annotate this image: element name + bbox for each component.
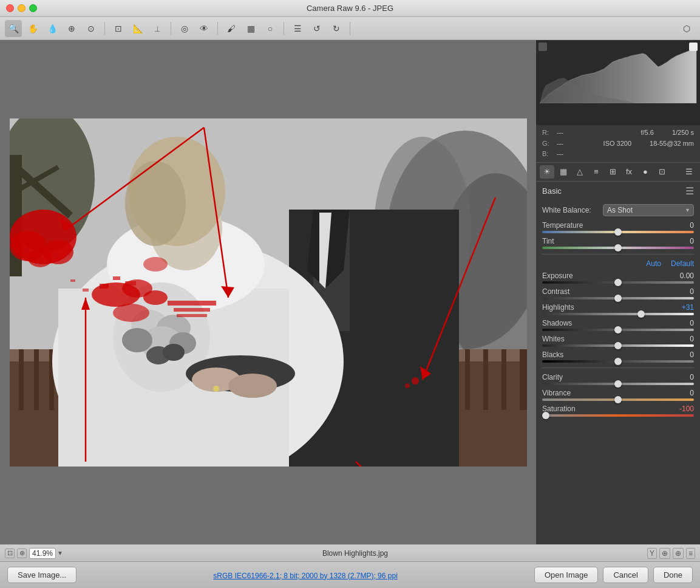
- whites-label: Whites: [542, 335, 565, 343]
- blacks-thumb[interactable]: [614, 358, 622, 365]
- straighten-tool[interactable]: 📐: [129, 20, 146, 37]
- open-image-button[interactable]: Open Image: [534, 567, 599, 583]
- default-link[interactable]: Default: [671, 259, 694, 268]
- clarity-slider[interactable]: [542, 383, 694, 385]
- effects-icon[interactable]: ●: [638, 165, 653, 179]
- adjustment-brush-tool[interactable]: 🖌: [223, 20, 240, 37]
- status-right-icon-2[interactable]: ⊕: [659, 548, 670, 559]
- save-image-button[interactable]: Save Image...: [7, 567, 76, 583]
- action-bar: Save Image... sRGB IEC61966-2.1; 8 bit; …: [0, 561, 700, 588]
- contrast-slider[interactable]: [542, 297, 694, 299]
- maximize-button[interactable]: [29, 4, 37, 12]
- auto-link[interactable]: Auto: [646, 259, 661, 268]
- highlights-thumb[interactable]: [637, 310, 645, 318]
- whites-thumb[interactable]: [614, 342, 622, 349]
- vibrance-slider[interactable]: [542, 398, 694, 401]
- image-container: [10, 118, 527, 467]
- saturation-row: Saturation -100: [542, 405, 694, 417]
- presets-icon[interactable]: ☰: [682, 165, 696, 179]
- histogram-area: [536, 40, 700, 125]
- exposure-slider[interactable]: [542, 281, 694, 284]
- status-icon-2[interactable]: ⊕: [17, 549, 27, 558]
- graduated-filter-tool[interactable]: ▦: [242, 20, 259, 37]
- panel-menu-button[interactable]: ☰: [685, 185, 694, 197]
- tone-curve-icon[interactable]: ▦: [556, 165, 571, 179]
- exposure-value: 0.00: [672, 272, 694, 280]
- r-label: R:: [542, 128, 551, 138]
- open-in-bridge-button[interactable]: ⬡: [678, 20, 695, 37]
- split-toning-icon[interactable]: ⊞: [605, 165, 620, 179]
- highlights-slider[interactable]: [542, 313, 694, 315]
- targeted-adjustment-tool[interactable]: ⊙: [83, 20, 100, 37]
- zoom-dropdown-arrow[interactable]: ▼: [57, 550, 63, 556]
- shadow-clipping-button[interactable]: [539, 43, 547, 51]
- contrast-value: 0: [672, 287, 694, 296]
- radial-filter-tool[interactable]: ○: [262, 20, 279, 37]
- shadows-thumb[interactable]: [614, 326, 622, 333]
- white-balance-row: White Balance: As Shot Auto Daylight Clo…: [542, 204, 694, 216]
- svg-point-40: [228, 374, 277, 398]
- contrast-thumb[interactable]: [614, 295, 622, 302]
- status-right-icon-1[interactable]: Y: [647, 548, 657, 559]
- whites-slider[interactable]: [542, 344, 694, 347]
- shadows-row: Shadows 0: [542, 319, 694, 331]
- file-info-link[interactable]: sRGB IEC61966-2.1; 8 bit; 2000 by 1328 (…: [213, 572, 398, 580]
- basic-panel-icon[interactable]: ☀: [540, 165, 554, 179]
- crop-tool[interactable]: ⊡: [110, 20, 127, 37]
- lens-corrections-icon[interactable]: fx: [622, 165, 636, 179]
- cancel-button[interactable]: Cancel: [603, 567, 648, 583]
- red-eye-tool[interactable]: 👁: [195, 20, 212, 37]
- action-right: Open Image Cancel Done: [534, 567, 693, 583]
- r-value: ---: [557, 128, 581, 138]
- zoom-tool[interactable]: 🔍: [5, 20, 22, 37]
- color-sampler-tool[interactable]: ⊕: [63, 20, 80, 37]
- svg-point-56: [113, 304, 149, 322]
- svg-rect-62: [70, 279, 75, 282]
- divider-2: [542, 368, 694, 368]
- blacks-slider[interactable]: [542, 360, 694, 363]
- saturation-slider[interactable]: [542, 414, 694, 417]
- close-button[interactable]: [6, 4, 14, 12]
- highlights-row: Highlights +31: [542, 303, 694, 315]
- svg-point-37: [163, 344, 185, 361]
- temperature-thumb[interactable]: [614, 228, 622, 236]
- transform-tool[interactable]: ⟂: [149, 20, 166, 37]
- clarity-row: Clarity 0: [542, 373, 694, 385]
- status-left: ⊡ ⊕ 41.9% ▼: [5, 548, 63, 559]
- rotate-cw-tool[interactable]: ↻: [328, 20, 345, 37]
- white-balance-tool[interactable]: 💧: [44, 20, 61, 37]
- vibrance-thumb[interactable]: [614, 396, 622, 403]
- clarity-thumb[interactable]: [614, 380, 622, 388]
- canvas-area[interactable]: [0, 40, 536, 544]
- temperature-slider[interactable]: [542, 231, 694, 233]
- status-right-icon-4[interactable]: ≡: [686, 548, 695, 559]
- fstop-value: f/5.6: [587, 128, 654, 138]
- preferences-tool[interactable]: ☰: [289, 20, 306, 37]
- tint-slider[interactable]: [542, 247, 694, 249]
- camera-calibration-icon[interactable]: ⊡: [654, 165, 669, 179]
- shutter-value: 1/250 s: [672, 128, 694, 138]
- zoom-value[interactable]: 41.9%: [29, 548, 56, 559]
- rotate-ccw-tool[interactable]: ↺: [308, 20, 325, 37]
- svg-rect-16: [483, 349, 488, 410]
- main-area: R: --- f/5.6 1/250 s G: --- ISO 3200 18-…: [0, 40, 700, 544]
- tint-thumb[interactable]: [614, 244, 622, 251]
- done-button[interactable]: Done: [653, 567, 693, 583]
- saturation-thumb[interactable]: [542, 412, 549, 419]
- svg-rect-17: [501, 349, 506, 410]
- svg-rect-54: [174, 308, 210, 312]
- status-right-icon-3[interactable]: ⊕: [673, 548, 684, 559]
- highlight-clipping-button[interactable]: [689, 43, 698, 51]
- shadows-slider[interactable]: [542, 329, 694, 331]
- detail-icon[interactable]: △: [573, 165, 587, 179]
- section-title: Basic: [542, 186, 562, 196]
- wb-select[interactable]: As Shot Auto Daylight Cloudy Shade Tungs…: [603, 204, 694, 216]
- status-bar: ⊡ ⊕ 41.9% ▼ Blown Highlights.jpg Y ⊕ ⊕ ≡: [0, 544, 700, 561]
- minimize-button[interactable]: [18, 4, 25, 12]
- hand-tool[interactable]: ✋: [24, 20, 41, 37]
- status-icon-1[interactable]: ⊡: [5, 549, 15, 558]
- wb-select-wrapper[interactable]: As Shot Auto Daylight Cloudy Shade Tungs…: [603, 204, 694, 216]
- spot-removal-tool[interactable]: ◎: [176, 20, 193, 37]
- hsl-icon[interactable]: ≡: [589, 165, 603, 179]
- exposure-thumb[interactable]: [614, 279, 622, 286]
